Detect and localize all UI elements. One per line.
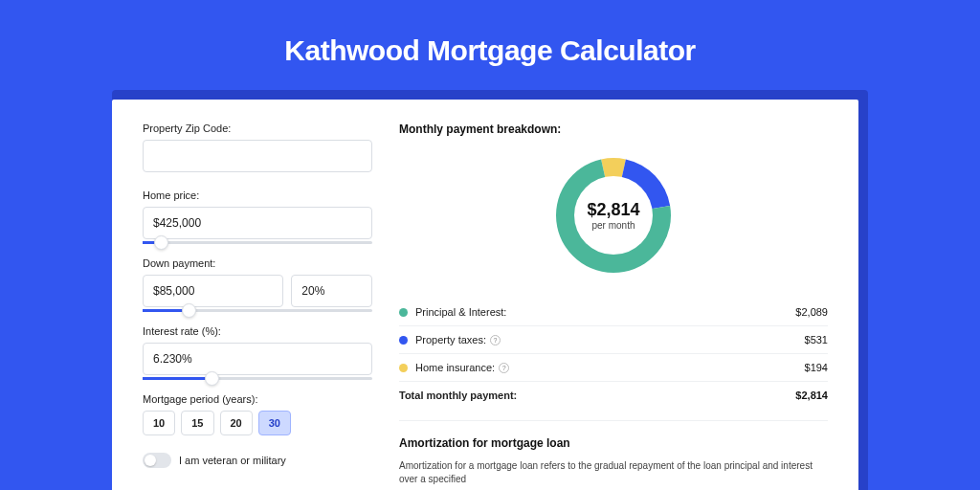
rate-slider-thumb[interactable]	[205, 371, 219, 386]
amortization-title: Amortization for mortgage loan	[399, 436, 828, 450]
donut-sub: per month	[591, 220, 635, 231]
info-icon[interactable]: ?	[499, 363, 509, 373]
legend-total-label: Total monthly payment:	[399, 390, 795, 401]
veteran-row: I am veteran or military	[143, 453, 372, 468]
legend-value: $194	[805, 362, 828, 373]
legend-label: Home insurance:?	[415, 362, 805, 373]
zip-label: Property Zip Code:	[143, 122, 372, 134]
donut-chart-wrap: $2,814 per month	[399, 153, 828, 278]
period-label: Mortgage period (years):	[143, 393, 372, 405]
breakdown-column: Monthly payment breakdown: $2,814 per mo…	[399, 122, 828, 486]
period-btn-15[interactable]: 15	[181, 411, 213, 435]
down-pct-input[interactable]	[291, 275, 372, 307]
legend-row: Principal & Interest:$2,089	[399, 299, 828, 325]
breakdown-title: Monthly payment breakdown:	[399, 122, 828, 136]
amortization-text: Amortization for a mortgage loan refers …	[399, 459, 828, 486]
price-group: Home price:	[143, 189, 372, 244]
legend-total-value: $2,814	[795, 390, 828, 401]
legend-row: Property taxes:?$531	[399, 325, 828, 353]
period-btn-30[interactable]: 30	[258, 411, 291, 435]
rate-slider[interactable]	[143, 377, 372, 380]
legend-dot	[399, 308, 408, 317]
veteran-label: I am veteran or military	[179, 455, 286, 466]
rate-group: Interest rate (%):	[143, 325, 372, 380]
donut-value: $2,814	[587, 200, 639, 220]
price-input[interactable]	[143, 207, 372, 239]
legend-value: $2,089	[795, 306, 828, 318]
price-slider-thumb[interactable]	[154, 235, 168, 250]
legend-value: $531	[805, 334, 828, 345]
veteran-toggle-knob	[145, 455, 156, 466]
legend-dot	[399, 364, 408, 372]
legend: Principal & Interest:$2,089Property taxe…	[399, 299, 828, 409]
zip-input[interactable]	[143, 140, 372, 172]
amortization-block: Amortization for mortgage loan Amortizat…	[399, 420, 828, 486]
period-btn-20[interactable]: 20	[220, 411, 253, 435]
zip-group: Property Zip Code:	[143, 122, 372, 176]
inputs-column: Property Zip Code: Home price: Down paym…	[143, 122, 372, 486]
page-title: Kathwood Mortgage Calculator	[284, 34, 695, 67]
period-btn-10[interactable]: 10	[143, 411, 175, 435]
card-shadow: Property Zip Code: Home price: Down paym…	[112, 90, 868, 490]
legend-label: Principal & Interest:	[415, 306, 795, 318]
legend-dot	[399, 336, 408, 345]
period-group: Mortgage period (years): 10152030	[143, 393, 372, 435]
price-slider[interactable]	[143, 241, 372, 244]
down-label: Down payment:	[143, 257, 372, 269]
info-icon[interactable]: ?	[490, 335, 501, 345]
down-slider-thumb[interactable]	[182, 303, 196, 318]
legend-row: Home insurance:?$194	[399, 353, 828, 381]
donut-chart: $2,814 per month	[551, 153, 676, 278]
down-group: Down payment:	[143, 257, 372, 312]
price-label: Home price:	[143, 189, 372, 201]
rate-slider-fill	[143, 377, 212, 380]
down-slider[interactable]	[143, 309, 372, 312]
donut-slice	[601, 158, 626, 178]
legend-label: Property taxes:?	[415, 334, 805, 345]
legend-total-row: Total monthly payment:$2,814	[399, 381, 828, 409]
rate-label: Interest rate (%):	[143, 325, 372, 337]
down-amount-input[interactable]	[143, 275, 283, 307]
veteran-toggle[interactable]	[143, 453, 171, 468]
rate-input[interactable]	[143, 343, 372, 375]
calculator-card: Property Zip Code: Home price: Down paym…	[112, 100, 858, 490]
donut-center: $2,814 per month	[574, 176, 653, 255]
